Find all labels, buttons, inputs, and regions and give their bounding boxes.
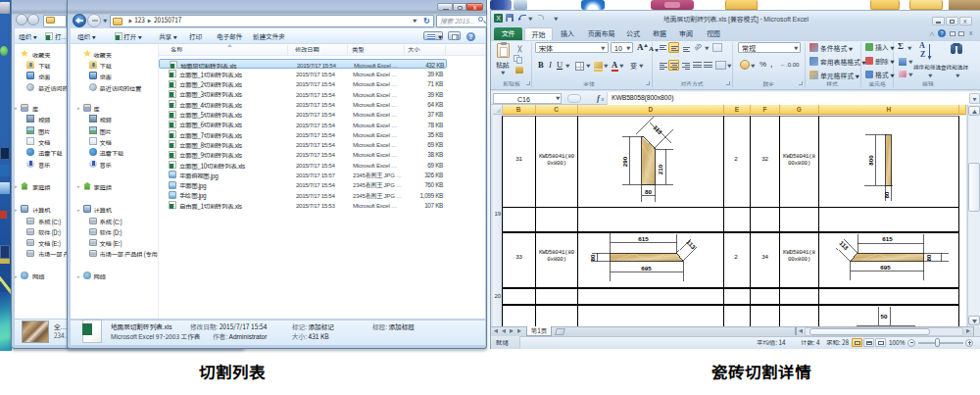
svg-text:113: 113 <box>652 123 663 135</box>
svg-text:113: 113 <box>685 238 697 250</box>
svg-text:800: 800 <box>866 155 873 166</box>
svg-text:695: 695 <box>641 265 652 272</box>
svg-text:50: 50 <box>880 313 887 320</box>
svg-text:80: 80 <box>589 255 595 261</box>
svg-text:615: 615 <box>882 235 893 242</box>
svg-text:80: 80 <box>883 192 889 198</box>
svg-text:615: 615 <box>638 235 649 242</box>
svg-text:80: 80 <box>925 255 931 261</box>
svg-text:113: 113 <box>838 239 850 251</box>
svg-text:80: 80 <box>645 188 652 195</box>
svg-text:290: 290 <box>620 156 627 167</box>
svg-text:210: 210 <box>657 164 663 174</box>
svg-text:695: 695 <box>880 264 891 271</box>
